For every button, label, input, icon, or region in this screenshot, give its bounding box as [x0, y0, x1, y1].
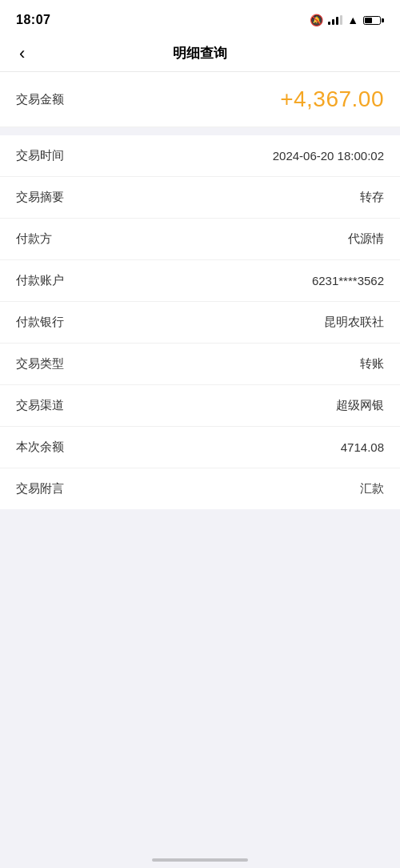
detail-value: 2024-06-20 18:00:02	[273, 149, 384, 163]
detail-row: 交易类型转账	[0, 344, 400, 385]
amount-value: +4,367.00	[280, 86, 384, 112]
detail-value: 汇款	[360, 481, 384, 496]
status-time: 18:07	[16, 13, 50, 27]
signal-icon	[328, 15, 342, 25]
detail-value: 代源情	[348, 231, 384, 247]
status-bar: 18:07 🔕 ▲	[0, 0, 400, 35]
detail-label: 付款银行	[16, 315, 64, 330]
detail-label: 交易类型	[16, 356, 64, 372]
detail-label: 交易渠道	[16, 398, 64, 413]
detail-row: 本次余额4714.08	[0, 427, 400, 468]
detail-label: 付款方	[16, 231, 52, 247]
detail-label: 付款账户	[16, 273, 64, 288]
detail-label: 交易摘要	[16, 190, 64, 205]
notification-icon: 🔕	[310, 14, 323, 26]
detail-row: 交易渠道超级网银	[0, 385, 400, 427]
detail-row: 交易附言汇款	[0, 468, 400, 509]
status-icons: 🔕 ▲	[310, 14, 384, 26]
detail-value: 转账	[360, 356, 384, 372]
detail-row: 付款银行昆明农联社	[0, 302, 400, 344]
nav-bar: ‹ 明细查询	[0, 35, 400, 72]
detail-label: 交易附言	[16, 481, 64, 496]
detail-label: 交易时间	[16, 148, 64, 163]
wifi-icon: ▲	[347, 14, 358, 26]
amount-section: 交易金额 +4,367.00	[0, 72, 400, 127]
details-section: 交易时间2024-06-20 18:00:02交易摘要转存付款方代源情付款账户6…	[0, 135, 400, 509]
battery-icon	[363, 16, 384, 25]
detail-row: 交易摘要转存	[0, 177, 400, 219]
amount-label: 交易金额	[16, 92, 64, 107]
detail-row: 付款方代源情	[0, 219, 400, 260]
back-button[interactable]: ‹	[13, 40, 31, 67]
page-title: 明细查询	[173, 44, 227, 62]
home-indicator	[152, 858, 248, 862]
detail-value: 4714.08	[341, 440, 384, 454]
detail-value: 6231****3562	[312, 274, 384, 287]
detail-label: 本次余额	[16, 440, 64, 455]
detail-row: 交易时间2024-06-20 18:00:02	[0, 135, 400, 177]
detail-row: 付款账户6231****3562	[0, 260, 400, 302]
detail-value: 转存	[360, 190, 384, 205]
detail-value: 超级网银	[336, 398, 384, 413]
detail-value: 昆明农联社	[324, 315, 384, 330]
bottom-area	[0, 509, 400, 862]
